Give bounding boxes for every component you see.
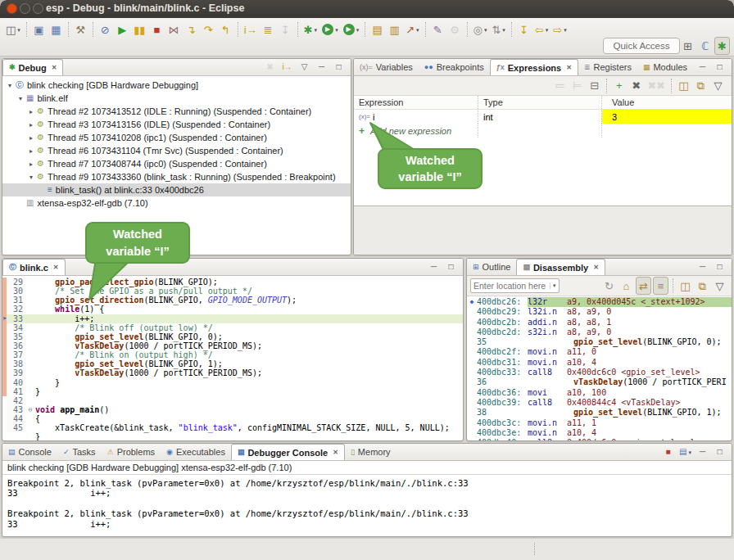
external-tools-button[interactable]: ▶▾: [342, 20, 361, 38]
code-line[interactable]: 37 /* Blink on (output high) */: [2, 350, 463, 359]
show-type-names-button[interactable]: ≔: [552, 77, 568, 95]
skip-all-breakpoints-button[interactable]: ⊘: [97, 20, 113, 38]
debug-tree-item[interactable]: ▥xtensa-esp32-elf-gdb (7.10): [2, 196, 351, 210]
tree-expander-icon[interactable]: ▸: [27, 121, 35, 129]
debug-tree-item[interactable]: ▸⚙Thread #2 1073413512 (IDLE : Running) …: [2, 105, 351, 118]
code-line[interactable]: 29 gpio_pad_select_gpio(BLINK_GPIO);: [2, 278, 463, 287]
new-wizard-button[interactable]: ◫▾: [4, 20, 22, 38]
column-header-expression[interactable]: Expression: [354, 96, 478, 109]
line-number[interactable]: 30: [7, 287, 25, 296]
column-header-value[interactable]: Value: [602, 96, 732, 109]
build-button[interactable]: ⚒: [73, 20, 88, 38]
open-perspective-button[interactable]: ⊞: [680, 37, 695, 55]
external-tools-dropdown[interactable]: ▾: [356, 27, 360, 33]
code-line[interactable]: 39 vTaskDelay(1000 / portTICK_PERIOD_MS)…: [2, 368, 463, 377]
disassembly-line[interactable]: 400dbc31:movi.na10, 4: [467, 358, 732, 368]
tree-expander-icon[interactable]: ▾: [16, 95, 25, 102]
code-text[interactable]: xTaskCreate(&blink_task, "blink_task", c…: [35, 423, 463, 432]
tree-expander-icon[interactable]: ▾: [27, 174, 35, 181]
new-wizard-dropdown[interactable]: ▾: [17, 27, 20, 33]
debug-tree-item[interactable]: ▸⚙Thread #6 1073431104 (Tmr Svc) (Suspen…: [2, 144, 351, 157]
open-new-view-button[interactable]: ⧉: [695, 277, 710, 295]
cpp-perspective-button[interactable]: ℂ: [697, 37, 713, 55]
code-line[interactable]: 43⊖void app_main(): [2, 405, 463, 414]
column-header-type[interactable]: Type: [478, 96, 602, 109]
disassembly-tab-close-icon[interactable]: ✕: [593, 264, 599, 271]
format-button[interactable]: ✎: [430, 20, 446, 38]
code-text[interactable]: gpio_set_direction(BLINK_GPIO, GPIO_MODE…: [35, 296, 463, 305]
tab-disassembly[interactable]: ▤Disassembly✕: [516, 259, 605, 275]
pin-editor-button[interactable]: ◎▾: [472, 20, 489, 38]
minimize-view-button[interactable]: ─: [695, 445, 710, 459]
debug-perspective-button[interactable]: ✱: [714, 37, 730, 55]
code-line[interactable]: 30 /* Set the GPIO as a push/pull output…: [2, 287, 463, 296]
code-text[interactable]: /* Set the GPIO as a push/pull output */: [35, 287, 463, 296]
code-line[interactable]: 41}: [2, 387, 463, 396]
blink-c-tab-close-icon[interactable]: ✕: [53, 264, 59, 271]
disassembly-line[interactable]: ◆400dbc26:l32ra9, 0x400d045c <_stext+109…: [467, 297, 732, 307]
code-text[interactable]: /* Blink off (output low) */: [35, 323, 463, 332]
show-debug-context-button[interactable]: ≣: [261, 20, 276, 38]
debug-tree-item[interactable]: ▾▦blink.elf: [2, 92, 351, 105]
line-number[interactable]: 38: [7, 359, 25, 368]
debug-tree-item[interactable]: ▾ⓒblink checking [GDB Hardware Debugging…: [2, 79, 351, 92]
code-line[interactable]: 36 vTaskDelay(1000 / portTICK_PERIOD_MS)…: [2, 341, 463, 350]
maximize-view-button[interactable]: □: [712, 60, 727, 75]
tree-expander-icon[interactable]: ▸: [27, 108, 35, 115]
code-line[interactable]: 45 xTaskCreate(&blink_task, "blink_task"…: [2, 423, 463, 432]
view-menu-button[interactable]: ▽: [712, 277, 727, 295]
disassembly-line[interactable]: 400dbc39:call80x400844c4 <vTaskDelay>: [467, 398, 732, 408]
code-text[interactable]: void app_main(): [35, 405, 463, 414]
location-dropdown-icon[interactable]: ▾: [550, 282, 559, 289]
code-text[interactable]: }: [35, 432, 463, 441]
tab-tasks[interactable]: ✓Tasks: [57, 444, 102, 460]
line-number[interactable]: 42: [7, 396, 25, 405]
back-history-button[interactable]: ⇦▾: [533, 20, 550, 38]
code-line[interactable]: 31 gpio_set_direction(BLINK_GPIO, GPIO_M…: [2, 296, 463, 305]
minimize-view-button[interactable]: ─: [695, 260, 710, 274]
line-number[interactable]: 39: [7, 368, 25, 377]
code-text[interactable]: {: [35, 414, 463, 423]
maximize-view-button[interactable]: □: [443, 260, 459, 274]
window-maximize-button[interactable]: [33, 3, 43, 14]
line-number[interactable]: 36: [7, 341, 25, 350]
step-return-button[interactable]: ↰: [218, 20, 233, 38]
debug-tab-close-icon[interactable]: ✕: [52, 64, 57, 71]
tab-registers[interactable]: ≣Registers: [578, 59, 637, 75]
debugger-console-tab-close-icon[interactable]: ✕: [333, 449, 338, 456]
code-text[interactable]: }: [35, 387, 463, 396]
flash-target-dropdown[interactable]: ▾: [416, 27, 419, 33]
tree-expander-icon[interactable]: ▾: [6, 82, 14, 89]
tab-debug[interactable]: ✱Debug✕: [2, 59, 63, 75]
tab-blink-c[interactable]: ⓒblink.c✕: [2, 259, 66, 275]
instruction-stepping-button[interactable]: i→: [242, 20, 259, 38]
display-selected-console-dropdown[interactable]: ▾: [688, 449, 691, 455]
show-logical-structures-button[interactable]: ⊨: [569, 77, 585, 95]
debug-button[interactable]: ✱▾: [302, 20, 319, 38]
refresh-view-button[interactable]: ↻: [601, 277, 617, 295]
disassembly-line[interactable]: 400dbc2b:addi.na8, a8, 1: [467, 318, 732, 327]
tab-modules[interactable]: ▦Modules: [637, 59, 693, 75]
collapse-all-button[interactable]: ⊟: [587, 77, 602, 95]
disassembly-line[interactable]: 400dbc3c:movi.na11, 1: [467, 418, 732, 428]
remove-all-terminated-button[interactable]: ✖: [262, 60, 278, 75]
link-with-editor-button[interactable]: ⇅▾: [490, 20, 506, 38]
maximize-view-button[interactable]: □: [712, 260, 727, 274]
forward-history-dropdown[interactable]: ▾: [564, 27, 567, 33]
line-number[interactable]: 31: [7, 296, 25, 305]
code-text[interactable]: vTaskDelay(1000 / portTICK_PERIOD_MS);: [35, 341, 463, 350]
minimize-view-button[interactable]: ─: [314, 60, 329, 75]
code-text[interactable]: gpio_set_level(BLINK_GPIO, 1);: [35, 359, 463, 368]
tree-expander-icon[interactable]: ▸: [27, 134, 35, 142]
maximize-view-button[interactable]: □: [712, 445, 727, 459]
new-view-button[interactable]: ◫: [677, 277, 693, 295]
tab-outline[interactable]: ⊞Outline: [467, 259, 516, 275]
location-input[interactable]: [471, 281, 550, 291]
add-expression-row[interactable]: + Add new expression: [354, 124, 732, 138]
step-over-button[interactable]: ↷: [201, 20, 216, 38]
line-number[interactable]: 37: [7, 350, 25, 359]
disassembly-line[interactable]: 36vTaskDelay(1000 / portTICK_PERI: [467, 377, 732, 387]
back-history-dropdown[interactable]: ▾: [546, 27, 549, 33]
debug-tree-item[interactable]: ≡blink_task() at blink.c:33 0x400dbc26: [2, 183, 351, 196]
code-editor[interactable]: 29 gpio_pad_select_gpio(BLINK_GPIO);30 /…: [2, 276, 463, 441]
